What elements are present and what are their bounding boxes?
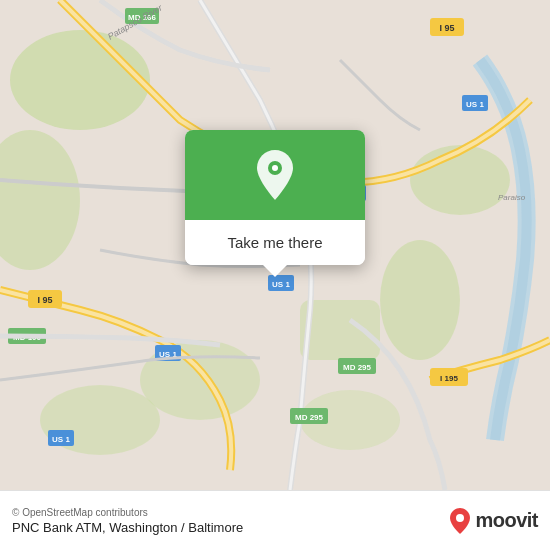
moovit-logo[interactable]: moovit <box>449 507 538 535</box>
map-container: I 95 I 95 I 195 US 1 US 1 US 1 US 1 MD 1… <box>0 0 550 490</box>
svg-point-3 <box>380 240 460 360</box>
svg-text:I 95: I 95 <box>37 295 52 305</box>
bottom-bar: © OpenStreetMap contributors PNC Bank AT… <box>0 490 550 550</box>
popup-icon-area <box>185 130 365 220</box>
svg-text:US 1: US 1 <box>52 435 70 444</box>
bottom-left: © OpenStreetMap contributors PNC Bank AT… <box>12 507 243 535</box>
svg-text:I 95: I 95 <box>439 23 454 33</box>
popup-card: Take me there <box>185 130 365 265</box>
svg-text:US 1: US 1 <box>466 100 484 109</box>
moovit-pin-icon <box>449 507 471 535</box>
take-me-there-button[interactable]: Take me there <box>185 220 365 265</box>
svg-point-36 <box>272 165 278 171</box>
svg-text:MD 295: MD 295 <box>343 363 372 372</box>
location-pin-icon <box>253 148 297 202</box>
moovit-text: moovit <box>475 509 538 532</box>
svg-point-37 <box>456 514 464 522</box>
svg-text:MD 295: MD 295 <box>295 413 324 422</box>
svg-text:Paraiso: Paraiso <box>498 193 526 202</box>
location-name: PNC Bank ATM, Washington / Baltimore <box>12 520 243 535</box>
svg-point-6 <box>410 145 510 215</box>
svg-text:I 195: I 195 <box>440 374 458 383</box>
attribution-text: © OpenStreetMap contributors <box>12 507 243 518</box>
svg-text:US 1: US 1 <box>272 280 290 289</box>
svg-point-1 <box>10 30 150 130</box>
